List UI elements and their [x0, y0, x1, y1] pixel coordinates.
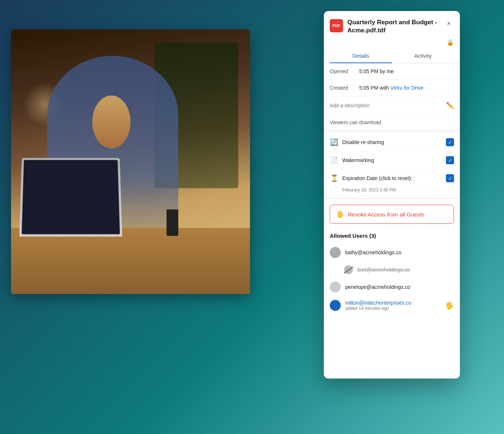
user-added-milton: added 14 minutes ago [345, 306, 440, 311]
user-row-penelope: penelope@acmeholdings.co [324, 278, 460, 296]
viewers-label: Viewers can download [330, 119, 381, 125]
created-value: 5:05 PM with Virtru for Drive [359, 85, 423, 91]
revoke-user-icon-milton[interactable]: 🖐️ [445, 301, 454, 310]
person-head [92, 96, 131, 148]
lock-icon[interactable]: 🔒 [447, 39, 454, 46]
user-avatar-milton [330, 300, 341, 311]
table-surface [11, 228, 250, 294]
revoke-button[interactable]: 🖐️ Revoke Access from all Guests [330, 205, 454, 224]
tab-activity[interactable]: Activity [392, 49, 454, 63]
user-email-kathy: kathy@acmeholdings.co [345, 250, 454, 255]
watermarking-checkbox[interactable]: ✓ [446, 156, 454, 164]
watermarking-row[interactable]: 📄 Watermarking ✓ [324, 151, 460, 169]
expiration-row[interactable]: ⏳ Expiration Date (click to reset): ✓ [324, 169, 460, 187]
user-avatar-burt [344, 265, 353, 274]
user-email-penelope: penelope@acmeholdings.co [345, 284, 454, 290]
user-avatar-kathy [330, 247, 341, 258]
close-button[interactable]: × [444, 18, 454, 29]
divider-1 [324, 132, 460, 132]
laptop-screen [22, 160, 120, 234]
watermark-icon: 📄 [330, 156, 339, 165]
expiration-block: ⏳ Expiration Date (click to reset): ✓ Fe… [324, 169, 460, 199]
panel-header: PDF Quarterly Report and Budget - Acme.p… [324, 11, 460, 39]
revoke-label: Revoke Access from all Guests [348, 211, 424, 218]
user-row-kathy: kathy@acmeholdings.co [324, 243, 460, 262]
user-info-kathy: kathy@acmeholdings.co [345, 250, 454, 255]
user-row-burt: burt@acmeholdings.co [324, 262, 460, 278]
edit-icon[interactable]: ✏️ [446, 101, 454, 110]
user-email-milton: milton@initechenterprises.co [345, 300, 440, 306]
background-photo [11, 29, 250, 294]
panel-content: Opened 5:05 PM by me Created 5:05 PM wit… [324, 63, 460, 315]
resharing-checkbox[interactable]: ✓ [446, 138, 454, 146]
pdf-icon: PDF [330, 19, 343, 32]
user-avatar-penelope [330, 281, 341, 293]
viewers-row: Viewers can download [324, 115, 460, 130]
panel-title: Quarterly Report and Budget - Acme.pdf.t… [347, 18, 439, 35]
file-details-panel: PDF Quarterly Report and Budget - Acme.p… [324, 11, 460, 379]
revoke-hand-icon: 🖐️ [336, 210, 344, 218]
created-row: Created 5:05 PM with Virtru for Drive [324, 80, 460, 96]
opened-label: Opened [330, 68, 359, 74]
expiration-date-value: Feburary 16, 2023 3:45 PM [324, 187, 460, 197]
coffee-mug [167, 209, 179, 236]
lock-row: 🔒 [324, 39, 460, 49]
user-info-milton: milton@initechenterprises.co added 14 mi… [345, 300, 440, 311]
reshare-icon: 🔄 [330, 138, 339, 147]
laptop-body [19, 158, 122, 236]
user-email-burt: burt@acmeholdings.co [357, 267, 454, 273]
description-placeholder: Add a description [330, 103, 369, 108]
virtru-link[interactable]: Virtru for Drive [390, 85, 423, 91]
expiration-label: Expiration Date (click to reset): [342, 175, 442, 181]
expiration-icon: ⏳ [330, 174, 339, 183]
allowed-users-header: Allowed Users (3) [324, 230, 460, 243]
disable-resharing-row[interactable]: 🔄 Disable re-sharing ✓ [324, 133, 460, 151]
expiration-checkbox[interactable]: ✓ [446, 174, 454, 182]
tabs-container: Details Activity [324, 49, 460, 63]
user-info-burt: burt@acmeholdings.co [357, 267, 454, 273]
resharing-label: Disable re-sharing [342, 139, 442, 145]
opened-row: Opened 5:05 PM by me [324, 63, 460, 80]
tab-details[interactable]: Details [330, 49, 392, 63]
user-info-penelope: penelope@acmeholdings.co [345, 284, 454, 290]
opened-value: 5:05 PM by me [359, 68, 394, 74]
user-row-milton: milton@initechenterprises.co added 14 mi… [324, 296, 460, 315]
created-label: Created [330, 85, 359, 91]
watermarking-label: Watermarking [342, 157, 442, 163]
description-row[interactable]: Add a description ✏️ [324, 96, 460, 115]
